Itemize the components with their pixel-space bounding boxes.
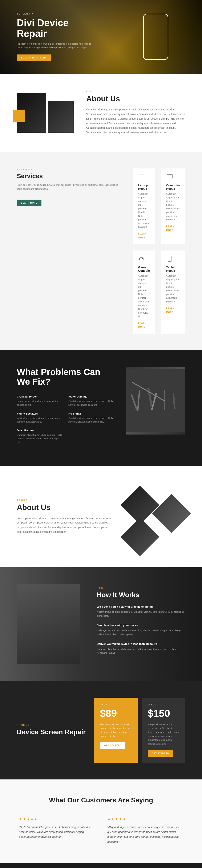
about-label: INFO: [86, 90, 185, 93]
how-image-container: [17, 584, 80, 664]
how-step-3: Deliver your fixed device in less than 4…: [97, 642, 185, 655]
diamond-image-2: [121, 517, 159, 556]
how-step-name-0: We'll send you a box with prepaid shippi…: [97, 605, 185, 608]
how-step-desc-2: Curabitur aliquet quam id dui posuere. S…: [97, 647, 185, 655]
pricing-device-tablet: TABLET: [148, 704, 179, 706]
svg-rect-2: [167, 174, 172, 178]
problem-desc-1: Curabitur aliquet quam id dui posuere. N…: [68, 399, 114, 407]
stars-2: ★★★★★: [107, 817, 183, 821]
pricing-desc-tablet: Integer aliquet at sem ut ornare lorem. …: [148, 722, 179, 746]
how-step-1: We'll send you a box with prepaid shippi…: [97, 605, 185, 618]
tablet-icon: [166, 255, 180, 263]
service-link-computer[interactable]: LEARN MORE: [166, 225, 174, 231]
pricing-section: PRICING Device Screen Repair PHONE $89 V…: [0, 681, 202, 779]
how-step-2: Send box back with your device Nulla ege…: [97, 624, 185, 636]
pricing-btn-phone[interactable]: GET STARTED: [100, 742, 125, 749]
problem-desc-4: Curabitur aliquet quam id dui posuere. N…: [17, 433, 62, 444]
service-desc-laptop: Curabitur aliquet quam id dui posuere bl…: [138, 192, 150, 229]
svg-rect-0: [139, 175, 144, 178]
testimonials-section: What Our Customers Are Saying ★★★★★ "Nul…: [0, 779, 202, 863]
about-images: [17, 93, 74, 133]
services-description: Proin eget tortor risus. Curabitur arcu …: [17, 183, 121, 191]
about2-title: About Us: [17, 503, 114, 512]
how-image: [17, 584, 80, 664]
service-link-tablet[interactable]: LEARN MORE: [166, 307, 174, 313]
service-card-laptop: Laptop Repair Curabitur aliquet quam id …: [133, 168, 155, 244]
service-desc-console: Curabitur aliquet quam id dui posuere. N…: [138, 274, 150, 318]
problem-water-damage: Water Damage Curabitur aliquet quam id d…: [68, 395, 114, 407]
testimonial-text-2: "Aliqua id fugiat nostrud irure ex duis …: [107, 825, 183, 844]
how-step-name-2: Deliver your fixed device in less than 4…: [97, 642, 185, 646]
about2-images: [126, 483, 185, 550]
testimonials-title: What Our Customers Are Saying: [17, 796, 185, 804]
how-it-works-section: HOW How It Works We'll send you a box wi…: [0, 567, 202, 681]
problem-name-4: Dead Battery: [17, 429, 62, 432]
problem-no-signal: No Signal Curabitur aliquet quam id dui …: [68, 412, 114, 424]
hero-title: Divi Device Repair: [17, 18, 97, 39]
monitor-icon: [166, 174, 180, 181]
problems-section: What Problems Can We Fix? Cracked Screen…: [0, 350, 202, 466]
laptop-icon: [138, 174, 150, 181]
how-title: How It Works: [97, 591, 185, 599]
svg-rect-5: [140, 258, 144, 260]
service-link-console[interactable]: LEARN MORE: [138, 322, 146, 328]
how-label: HOW: [97, 587, 185, 589]
pricing-device-phone: PHONE: [100, 704, 132, 706]
problem-desc-2: Vestibulum ac diam sit amet. magna, quis…: [17, 416, 62, 424]
stars-1: ★★★★★: [19, 817, 95, 821]
services-grid: Laptop Repair Curabitur aliquet quam id …: [133, 168, 185, 334]
about-title: About Us: [86, 94, 185, 103]
problems-image: [126, 367, 185, 435]
about2-text: Lorem ipsum dolor sit amet, consectetur …: [17, 516, 114, 534]
service-card-console: Game Console Curabitur aliquet quam id d…: [133, 250, 155, 334]
pricing-card-phone: PHONE $89 Vestibulum ac diam sit amet qu…: [94, 698, 137, 763]
problem-dead-battery: Dead Battery Curabitur aliquet quam id d…: [17, 429, 62, 444]
gamepad-icon: [138, 255, 150, 263]
service-name-console: Game Console: [138, 266, 150, 272]
problem-cracked-screen: Cracked Screen Lorem ipsum dolor sit ame…: [17, 395, 62, 407]
service-card-tablet: Tablet Repair Curabitur aliquet quam id …: [161, 250, 185, 334]
how-step-desc-1: Nulla eget lobortis odio. Nullam massa n…: [97, 628, 185, 636]
hero-section: SCREEN FIX Divi Device Repair Praesent l…: [0, 0, 202, 73]
hero-cta-button[interactable]: BOOK APPOINTMENT: [17, 55, 51, 61]
pricing-price-tablet: $150: [148, 708, 179, 719]
services-learn-more-button[interactable]: LEARN MORE: [17, 199, 41, 206]
about2-label: ABOUT: [17, 499, 114, 501]
pricing-price-phone: $89: [100, 708, 132, 719]
problems-image-container: [126, 367, 185, 435]
svg-rect-12: [126, 369, 185, 432]
services-label: SERVICES: [17, 168, 121, 171]
testimonials-grid: ★★★★★ "Nulla Lorem mollit cupidat iruré.…: [17, 814, 185, 846]
pricing-label: PRICING: [17, 724, 86, 726]
testimonial-text-1: "Nulla Lorem mollit cupidat iruré. Labor…: [19, 825, 95, 839]
diamond-image-3: [152, 494, 191, 533]
how-step-name-1: Send box back with your device: [97, 624, 185, 627]
services-section: SERVICES Services Proin eget tortor risu…: [0, 152, 202, 350]
services-title: Services: [17, 173, 121, 180]
service-name-computer: Computer Repair: [166, 184, 180, 190]
cta-section: Broken Device? Contact Us Today! MAKE AN…: [0, 863, 202, 868]
how-step-desc-0: Nullam finibus at lorem sed laoreet. Cur…: [97, 610, 185, 618]
svg-point-8: [142, 258, 143, 259]
svg-point-11: [169, 261, 170, 261]
problems-grid: Cracked Screen Lorem ipsum dolor sit ame…: [17, 395, 114, 449]
pricing-card-tablet: TABLET $150 Integer aliquet at sem ut or…: [142, 698, 185, 763]
testimonial-2: ★★★★★ "Aliqua id fugiat nostrud irure ex…: [105, 814, 185, 846]
about2-section: ABOUT About Us Lorem ipsum dolor sit ame…: [0, 466, 202, 567]
service-link-laptop[interactable]: LEARN MORE: [138, 232, 146, 239]
svg-point-9: [142, 259, 142, 259]
problem-speakers: Faulty Speakers Vestibulum ac diam sit a…: [17, 412, 62, 424]
service-desc-tablet: Curabitur aliquet quam id dui posuere bl…: [166, 274, 180, 304]
problem-name-3: No Signal: [68, 412, 114, 415]
problem-desc-3: Curabitur aliquet quam id dui posuere. N…: [68, 416, 114, 424]
testimonial-1: ★★★★★ "Nulla Lorem mollit cupidat iruré.…: [17, 814, 97, 846]
hero-label: SCREEN FIX: [17, 12, 97, 15]
pricing-btn-tablet[interactable]: GET STARTED: [148, 750, 173, 757]
service-card-computer: Computer Repair Curabitur aliquet quam i…: [161, 168, 185, 244]
problem-desc-0: Lorem ipsum dolor sit amet, consectetur …: [17, 399, 62, 407]
service-name-laptop: Laptop Repair: [138, 184, 150, 190]
pricing-title: Device Screen Repair: [17, 728, 86, 736]
pricing-desc-phone: Vestibulum ac diam sit amet quam vehicul…: [100, 722, 132, 738]
about-section: INFO About Us Curabitur aliquet quam id …: [0, 73, 202, 152]
hero-description: Praesent lorem massa, conubia a pellente…: [17, 42, 97, 50]
